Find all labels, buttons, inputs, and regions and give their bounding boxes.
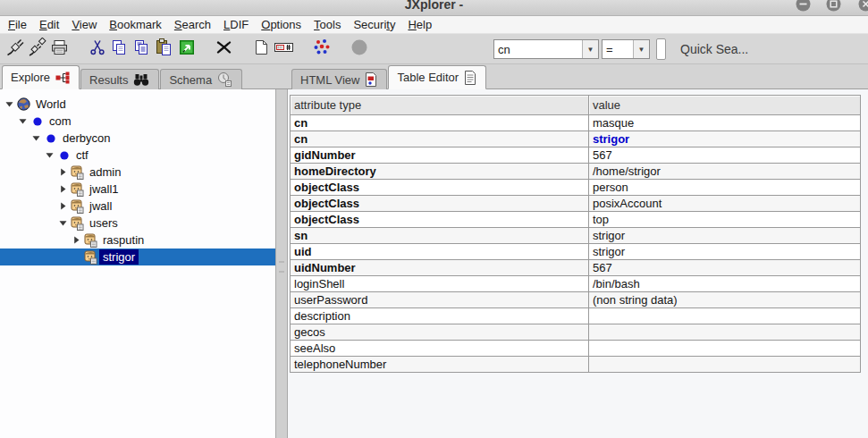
attribute-value-cell[interactable] (589, 324, 860, 340)
attribute-type-cell[interactable]: telephoneNumber (291, 357, 589, 372)
tree-item-strigor[interactable]: strigor (0, 248, 275, 265)
tab-html-view[interactable]: HTML View (291, 69, 387, 89)
print-button[interactable] (48, 38, 71, 61)
minimize-button[interactable] (796, 0, 811, 12)
search-value-field[interactable] (656, 38, 666, 60)
attribute-value-cell[interactable]: /home/strigor (589, 164, 860, 179)
quick-search-label[interactable]: Quick Sea... (680, 42, 748, 56)
tree-expand-icon[interactable] (56, 202, 69, 210)
attribute-value-cell[interactable]: strigor (589, 244, 860, 259)
attribute-type-cell[interactable]: seeAlso (291, 341, 589, 356)
tree-item-rasputin[interactable]: rasputin (0, 232, 275, 248)
search-button[interactable] (310, 38, 333, 61)
copy-button[interactable] (108, 38, 131, 61)
attribute-type-cell[interactable]: homeDirectory (291, 164, 589, 179)
tree-item-world[interactable]: World (0, 96, 275, 113)
attribute-type-cell[interactable]: cn (291, 115, 589, 131)
delete-button[interactable] (213, 38, 235, 61)
attribute-value-cell[interactable]: strigor (589, 131, 860, 147)
attribute-type-cell[interactable]: objectClass (291, 180, 589, 195)
tree-item-jwall1[interactable]: jwall1 (0, 181, 275, 198)
attribute-value-cell[interactable]: person (589, 180, 860, 195)
tree-expand-icon[interactable] (56, 168, 69, 176)
menu-file[interactable]: File (2, 17, 33, 32)
attribute-value-cell[interactable]: /bin/bash (589, 276, 860, 291)
search-attribute-combo[interactable]: cn ▼ (493, 39, 599, 59)
chevron-down-icon[interactable]: ▼ (582, 40, 598, 58)
attribute-type-cell[interactable]: loginShell (291, 276, 589, 291)
connect-button[interactable] (4, 38, 26, 61)
menu-ldif[interactable]: LDIF (217, 17, 255, 32)
rename-button[interactable] (273, 38, 295, 61)
search-section: cn ▼ = ▼ Quick Sea... (493, 34, 748, 64)
attribute-value-cell[interactable]: 567 (589, 147, 860, 163)
chevron-down-icon[interactable]: ▼ (633, 40, 649, 58)
menu-search[interactable]: Search (168, 17, 217, 32)
tree-collapse-icon[interactable] (16, 117, 29, 125)
table-header: attribute typevalue (291, 96, 860, 115)
attribute-value-cell[interactable] (589, 341, 860, 356)
column-header-value[interactable]: value (589, 96, 860, 115)
search-operator-value[interactable]: = (603, 43, 633, 56)
menu-options[interactable]: Options (255, 17, 308, 32)
tree-item-derbycon[interactable]: derbycon (0, 130, 275, 147)
print-icon (50, 38, 70, 61)
attribute-type-cell[interactable]: gecos (291, 324, 589, 340)
tree-collapse-icon[interactable] (3, 100, 15, 108)
menu-edit[interactable]: Edit (33, 17, 65, 32)
attribute-type-cell[interactable]: userPassword (291, 292, 589, 307)
attribute-type-cell[interactable]: sn (291, 228, 589, 243)
attribute-value-cell[interactable]: (non string data) (589, 292, 860, 307)
attribute-value-cell[interactable]: strigor (589, 228, 860, 243)
title-bar: JXplorer - (0, 0, 868, 16)
attribute-value-cell[interactable]: 567 (589, 260, 860, 275)
tree-item-admin[interactable]: admin (0, 164, 275, 181)
cut-icon (88, 38, 106, 60)
tree-expand-icon[interactable] (70, 236, 82, 244)
column-header-attribute-type[interactable]: attribute type (291, 96, 589, 115)
tree-item-ctf[interactable]: ctf (0, 147, 275, 164)
attribute-value-cell[interactable]: posixAccount (589, 196, 860, 211)
paste-alias-button[interactable] (175, 38, 198, 61)
menu-bookmark[interactable]: Bookmark (103, 17, 168, 32)
stop-button[interactable] (348, 38, 370, 61)
tree-item-jwall[interactable]: jwall (0, 198, 275, 215)
tab-explore[interactable]: Explore (2, 65, 80, 89)
tree-collapse-icon[interactable] (43, 151, 55, 159)
maximize-button[interactable] (826, 0, 841, 12)
attribute-type-cell[interactable]: objectClass (291, 212, 589, 227)
close-button[interactable] (858, 0, 868, 12)
disconnect-button[interactable] (26, 38, 48, 61)
menu-tools[interactable]: Tools (308, 17, 347, 32)
menu-view[interactable]: View (65, 17, 103, 32)
paste-button[interactable] (153, 38, 175, 61)
new-entry-button[interactable] (250, 38, 273, 61)
stop-icon (350, 38, 369, 61)
attribute-type-cell[interactable]: cn (291, 131, 589, 147)
tree-collapse-icon[interactable] (29, 134, 42, 142)
tab-schema[interactable]: Schema (160, 69, 242, 89)
panel-splitter[interactable] (275, 89, 288, 438)
context-node-icon (42, 133, 59, 144)
attribute-type-cell[interactable]: gidNumber (291, 147, 589, 163)
search-attribute-value[interactable]: cn (494, 43, 582, 56)
attribute-type-cell[interactable]: description (291, 308, 589, 324)
tab-results[interactable]: Results (80, 69, 159, 89)
attribute-type-cell[interactable]: objectClass (291, 196, 589, 211)
attribute-value-cell[interactable]: masque (589, 115, 860, 131)
attribute-value-cell[interactable]: top (589, 212, 860, 227)
tree-item-com[interactable]: com (0, 113, 275, 130)
copy-dn-button[interactable] (131, 38, 153, 61)
menu-help[interactable]: Help (401, 17, 438, 32)
tree-collapse-icon[interactable] (56, 219, 69, 227)
attribute-type-cell[interactable]: uid (291, 244, 589, 259)
search-operator-combo[interactable]: = ▼ (602, 39, 650, 59)
cut-button[interactable] (86, 38, 108, 61)
menu-security[interactable]: Security (347, 17, 401, 32)
tree-expand-icon[interactable] (56, 185, 69, 193)
attribute-value-cell[interactable] (589, 357, 860, 372)
attribute-type-cell[interactable]: uidNumber (291, 260, 589, 275)
tab-table-editor[interactable]: Table Editor (388, 65, 486, 89)
tree-item-users[interactable]: users (0, 215, 275, 232)
attribute-value-cell[interactable] (589, 308, 860, 324)
